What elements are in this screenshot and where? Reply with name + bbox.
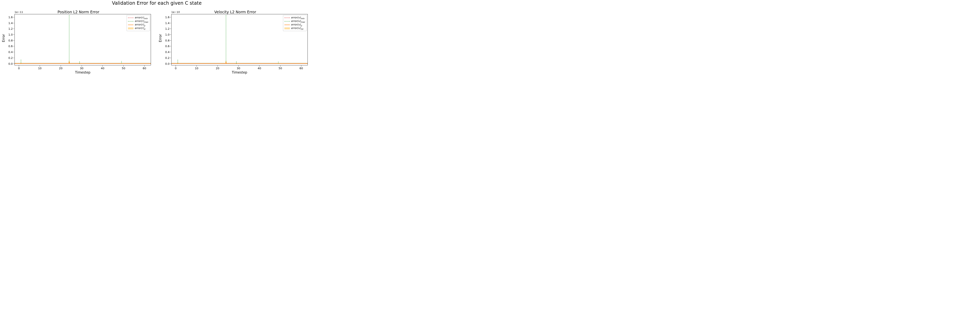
legend-swatch: [285, 17, 290, 19]
x-tick: 40: [101, 67, 105, 70]
x-tick: 40: [258, 67, 261, 70]
legend-swatch: [128, 20, 134, 22]
figure-suptitle: Validation Error for each given C state: [0, 0, 313, 6]
legend-swatch: [285, 20, 290, 22]
y-tick: 1.6: [8, 16, 13, 19]
y-tick: 0.4: [8, 51, 13, 54]
legend-label: error(r)σ: [135, 27, 145, 30]
legend-label: error(r)min: [135, 16, 148, 20]
y-tick: 0.6: [8, 44, 13, 48]
legend-row: error(v)min: [285, 16, 305, 20]
y-tick: 0.0: [165, 62, 170, 65]
x-tick: 20: [216, 67, 220, 70]
y-tick: 1.0: [8, 33, 13, 36]
legend-swatch: [128, 24, 134, 26]
x-axis-label: Timestep: [14, 70, 151, 74]
panel-title: Position L2 Norm Error: [4, 10, 153, 14]
panels-row: Error 1e−11 Position L2 Norm Error 01020…: [0, 10, 313, 74]
legend-label: error(r)max: [135, 20, 148, 23]
max-spike: [226, 15, 226, 63]
y-tick: 0.8: [165, 39, 170, 42]
y-tick: 1.6: [165, 16, 170, 19]
x-axis-label: Timestep: [171, 70, 308, 74]
x-tick: 30: [237, 67, 240, 70]
axes: 01020304050600.00.20.40.60.81.01.21.41.6…: [171, 14, 308, 65]
x-tick: 20: [59, 67, 62, 70]
x-tick: 30: [80, 67, 83, 70]
legend-row: error(r)max: [128, 20, 148, 23]
y-tick: 0.0: [8, 62, 13, 65]
x-tick: 10: [38, 67, 41, 70]
y-tick: 1.0: [165, 33, 170, 36]
y-tick: 0.8: [8, 39, 13, 42]
legend-label: error(v)max: [291, 20, 305, 23]
y-axis-label: Error: [2, 10, 5, 66]
x-tick: 60: [299, 67, 303, 70]
x-tick: 0: [175, 67, 177, 70]
legend-row: error(r)min: [128, 16, 148, 20]
x-tick: 0: [18, 67, 20, 70]
legend: error(r)minerror(r)maxerror(r)μerror(r)σ: [127, 15, 150, 31]
legend-swatch: [128, 17, 134, 19]
panel-title: Velocity L2 Norm Error: [161, 10, 310, 14]
panel-position: Error 1e−11 Position L2 Norm Error 01020…: [4, 10, 153, 74]
legend-row: error(v)max: [285, 20, 305, 23]
y-axis-label: Error: [158, 10, 162, 66]
legend-label: error(r)μ: [135, 23, 145, 27]
x-tick: 50: [122, 67, 125, 70]
y-tick: 1.2: [165, 27, 170, 30]
y-tick: 0.4: [165, 51, 170, 54]
legend-label: error(v)2σ: [291, 27, 303, 30]
legend-swatch: [285, 27, 290, 30]
x-tick: 10: [195, 67, 198, 70]
legend-row: error(r)μ: [128, 23, 148, 27]
y-tick: 1.4: [165, 22, 170, 25]
axes: 01020304050600.00.20.40.60.81.01.21.41.6…: [14, 14, 151, 65]
panel-velocity: Error 1e−10 Velocity L2 Norm Error 01020…: [161, 10, 310, 74]
x-tick: 60: [143, 67, 146, 70]
legend-swatch: [285, 24, 290, 26]
legend-row: error(v)μ: [285, 23, 305, 27]
legend-row: error(v)2σ: [285, 27, 305, 30]
y-tick: 1.2: [8, 27, 13, 30]
legend: error(v)minerror(v)maxerror(v)μerror(v)2…: [283, 15, 307, 31]
y-tick: 1.4: [8, 22, 13, 25]
legend-label: error(v)min: [291, 16, 304, 20]
legend-swatch: [128, 27, 134, 30]
max-spike: [69, 15, 69, 63]
figure: Validation Error for each given C state …: [0, 0, 313, 78]
y-tick: 0.2: [8, 56, 13, 60]
mu-baseline: [172, 63, 307, 63]
x-tick: 50: [278, 67, 282, 70]
mu-baseline: [15, 63, 151, 63]
y-tick: 0.6: [165, 44, 170, 48]
legend-label: error(v)μ: [291, 23, 302, 27]
y-tick: 0.2: [165, 56, 170, 60]
legend-row: error(r)σ: [128, 27, 148, 30]
